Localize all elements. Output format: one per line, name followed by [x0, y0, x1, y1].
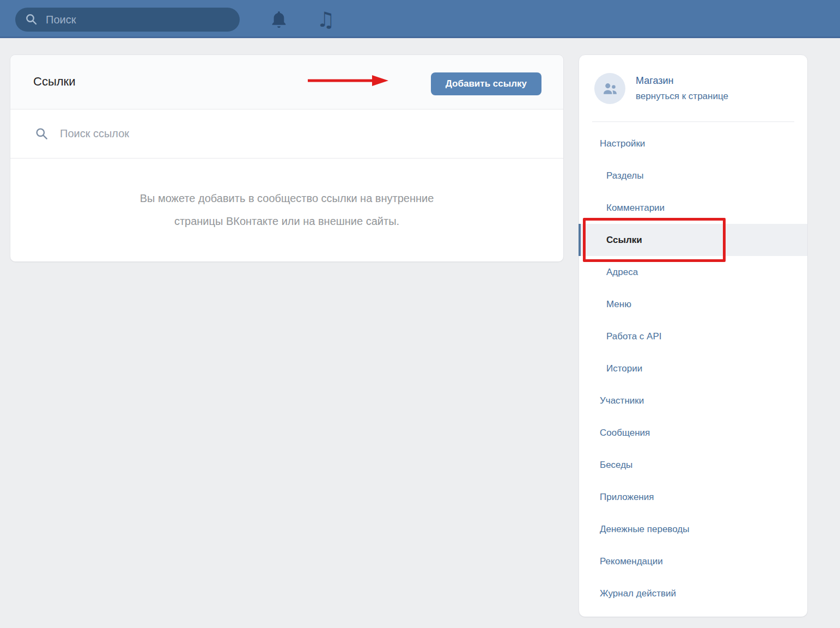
- empty-state-message: Вы можете добавить в сообщество ссылки н…: [10, 158, 563, 261]
- empty-state-line: Вы можете добавить в сообщество ссылки н…: [140, 187, 434, 210]
- sidebar-item-addresses[interactable]: Адреса: [579, 256, 807, 288]
- notifications-button[interactable]: [269, 9, 289, 30]
- sidebar-item-api[interactable]: Работа с API: [579, 320, 807, 352]
- community-profile: Магазин вернуться к странице: [579, 55, 807, 121]
- sidebar-item-comments[interactable]: Комментарии: [579, 192, 807, 224]
- community-management-sidebar: Магазин вернуться к странице Настройки Р…: [579, 54, 808, 617]
- sidebar-item-settings[interactable]: Настройки: [579, 127, 807, 160]
- sidebar-item-stories[interactable]: Истории: [579, 352, 807, 385]
- search-icon: [35, 127, 49, 141]
- bell-icon: [270, 10, 288, 29]
- links-panel-header: Ссылки Добавить ссылку: [10, 55, 563, 109]
- sidebar-menu: Настройки Разделы Комментарии Ссылки Адр…: [579, 122, 807, 609]
- community-people-icon: [601, 80, 619, 98]
- sidebar-item-apps[interactable]: Приложения: [579, 481, 807, 513]
- add-link-button[interactable]: Добавить ссылку: [431, 72, 541, 95]
- community-avatar[interactable]: [594, 73, 625, 104]
- top-navigation-bar: ♫: [0, 0, 840, 38]
- sidebar-item-recommendations[interactable]: Рекомендации: [579, 545, 807, 577]
- music-icon: ♫: [316, 9, 335, 30]
- sidebar-item-chats[interactable]: Беседы: [579, 449, 807, 481]
- search-icon: [25, 13, 38, 26]
- back-to-page-link[interactable]: вернуться к странице: [636, 91, 728, 102]
- music-button[interactable]: ♫: [316, 9, 336, 30]
- empty-state-line: страницы ВКонтакте или на внешние сайты.: [174, 210, 399, 233]
- page-title: Ссылки: [33, 75, 75, 89]
- sidebar-item-members[interactable]: Участники: [579, 385, 807, 417]
- links-search[interactable]: [10, 109, 563, 158]
- sidebar-item-messages[interactable]: Сообщения: [579, 417, 807, 449]
- global-search[interactable]: [15, 8, 240, 32]
- global-search-input[interactable]: [45, 13, 232, 27]
- sidebar-item-money-transfers[interactable]: Денежные переводы: [579, 513, 807, 545]
- links-panel: Ссылки Добавить ссылку Вы можете добавит…: [10, 54, 564, 262]
- sidebar-item-action-log[interactable]: Журнал действий: [579, 577, 807, 609]
- sidebar-item-menu[interactable]: Меню: [579, 288, 807, 320]
- sidebar-item-links[interactable]: Ссылки: [579, 224, 807, 256]
- links-search-input[interactable]: [59, 127, 442, 141]
- community-name-link[interactable]: Магазин: [636, 75, 673, 87]
- sidebar-item-sections[interactable]: Разделы: [579, 160, 807, 192]
